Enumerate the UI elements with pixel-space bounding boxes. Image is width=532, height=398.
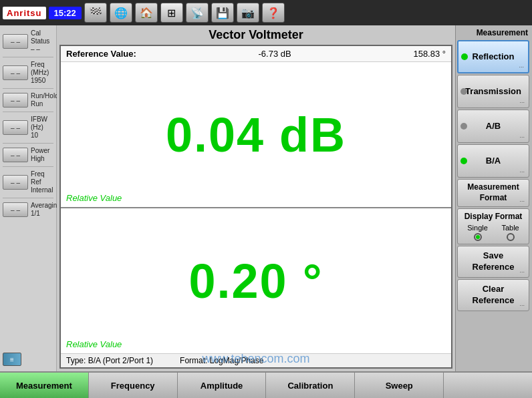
vvm-title: Vector Voltmeter xyxy=(59,28,452,42)
time-display: 15:22 xyxy=(49,7,82,19)
clear-reference-button[interactable]: ClearReference ··· xyxy=(457,279,529,311)
table-format-option[interactable]: Table xyxy=(501,224,519,241)
format-info: Format: LogMag/Phase xyxy=(180,356,263,365)
display-format-section[interactable]: Display Format Single Table xyxy=(457,208,529,244)
cal-status-btn[interactable]: – – xyxy=(3,34,28,49)
divider-2 xyxy=(3,88,53,89)
anritsu-logo: Anritsu xyxy=(3,7,46,19)
right-panel-title: Measurement xyxy=(457,27,531,39)
sidebar-item-freqref: – – Freq RefInternal xyxy=(1,169,55,196)
transmission-button[interactable]: Transmission ··· xyxy=(457,75,529,108)
reference-db: -6.73 dB xyxy=(147,49,403,59)
transmission-indicator xyxy=(460,88,467,95)
divider-1 xyxy=(3,57,53,57)
single-format-option[interactable]: Single xyxy=(467,224,488,241)
tab-amplitude[interactable]: Amplitude xyxy=(178,373,267,398)
tab-empty xyxy=(444,373,532,398)
top-toolbar: Anritsu 15:22 🏁 🌐 🏠 ⊞ 📡 💾 📷 ❓ xyxy=(0,0,532,25)
reference-bar: Reference Value: -6.73 dB 158.83 ° xyxy=(61,46,451,62)
main-layout: – – Cal Status– – – – Freq (MHz)1950 – –… xyxy=(0,25,532,371)
meas-format-label: MeasurementFormat xyxy=(467,182,519,203)
ifbw-label: IFBW (Hz)10 xyxy=(31,116,53,140)
ba-indicator xyxy=(460,158,467,164)
ba-label: B/A xyxy=(486,156,501,167)
tab-calibration[interactable]: Calibration xyxy=(266,373,355,398)
reflection-label: Reflection xyxy=(473,51,515,63)
averaging-btn[interactable]: – – xyxy=(3,202,28,217)
display-format-options: Single Table xyxy=(460,224,526,241)
sidebar-item-freq: – – Freq (MHz)1950 xyxy=(1,59,55,86)
reference-deg: 158.83 ° xyxy=(413,49,446,59)
ba-dots: ··· xyxy=(519,168,525,175)
freqref-label: Freq RefInternal xyxy=(31,170,53,194)
ba-button[interactable]: B/A ··· xyxy=(457,144,529,178)
single-format-label: Single xyxy=(467,224,488,232)
clear-reference-label: ClearReference xyxy=(473,284,515,307)
reference-label: Reference Value: xyxy=(66,49,136,59)
save-reference-button[interactable]: SaveReference ··· xyxy=(457,246,529,278)
lower-relative-label: Relative Value xyxy=(66,339,122,349)
globe-button[interactable]: 🌐 xyxy=(110,3,132,23)
table-radio[interactable] xyxy=(507,233,515,241)
bottom-tab-bar: Measurement Frequency Amplitude Calibrat… xyxy=(0,371,532,398)
measurement-panel: Reference Value: -6.73 dB 158.83 ° 0.04 … xyxy=(59,45,452,369)
lower-value: 0.20 ° xyxy=(189,254,323,309)
sidebar-item-runhold: – – Run/HoldRun xyxy=(1,91,55,110)
tab-measurement[interactable]: Measurement xyxy=(0,373,89,398)
power-label: PowerHigh xyxy=(31,147,49,163)
divider-3 xyxy=(3,112,53,112)
save-reference-label: SaveReference xyxy=(473,250,515,273)
sidebar-item-power: – – PowerHigh xyxy=(1,146,55,164)
reflection-dots: ··· xyxy=(519,63,524,70)
type-info: Type: B/A (Port 2/Port 1) xyxy=(66,356,153,365)
meas-format-dots: ··· xyxy=(519,198,525,204)
freq-btn[interactable]: – – xyxy=(3,65,28,80)
tab-frequency[interactable]: Frequency xyxy=(89,373,178,398)
sidebar-item-averaging: – – Averaging1/1 xyxy=(1,200,55,219)
display-format-title: Display Format xyxy=(460,212,526,221)
help-button[interactable]: ❓ xyxy=(262,3,285,23)
sidebar-item-ifbw: – – IFBW (Hz)10 xyxy=(1,114,55,141)
right-panel: Measurement Reflection ··· Transmission … xyxy=(455,25,532,371)
freq-label: Freq (MHz)1950 xyxy=(31,61,53,85)
left-sidebar: – – Cal Status– – – – Freq (MHz)1950 – –… xyxy=(0,25,57,371)
power-btn[interactable]: – – xyxy=(3,148,28,162)
table-format-label: Table xyxy=(501,224,519,232)
transmission-label: Transmission xyxy=(465,86,521,97)
flag-button[interactable]: 🏁 xyxy=(84,3,107,23)
tab-sweep[interactable]: Sweep xyxy=(355,373,444,398)
ifbw-btn[interactable]: – – xyxy=(3,120,28,135)
meas-format-button[interactable]: MeasurementFormat ··· xyxy=(457,179,529,207)
upper-relative-label: Relative Value xyxy=(66,193,122,203)
save-reference-dots: ··· xyxy=(519,268,525,275)
lower-display: 0.20 ° Relative Value xyxy=(61,208,451,353)
status-bar: Type: B/A (Port 2/Port 1) Format: LogMag… xyxy=(61,353,451,367)
reflection-indicator xyxy=(461,53,468,60)
camera-button[interactable]: 📷 xyxy=(237,3,259,23)
reflection-button[interactable]: Reflection ··· xyxy=(457,40,529,73)
transmission-dots: ··· xyxy=(519,99,525,106)
ab-dots: ··· xyxy=(519,134,525,140)
divider-6 xyxy=(3,198,53,198)
sidebar-bottom-icon: ≡ xyxy=(3,353,21,366)
single-radio[interactable] xyxy=(474,233,482,241)
save-button[interactable]: 💾 xyxy=(211,3,234,23)
ab-button[interactable]: A/B ··· xyxy=(457,110,529,143)
runhold-label: Run/HoldRun xyxy=(31,92,59,108)
sidebar-item-cal-status: – – Cal Status– – xyxy=(1,28,55,55)
signal-button[interactable]: 📡 xyxy=(186,3,209,23)
upper-display: 0.04 dB Relative Value xyxy=(61,62,451,208)
runhold-btn[interactable]: – – xyxy=(3,93,28,108)
center-content: Vector Voltmeter Reference Value: -6.73 … xyxy=(57,25,455,371)
divider-4 xyxy=(3,143,53,144)
upper-value: 0.04 dB xyxy=(166,108,346,162)
freqref-btn[interactable]: – – xyxy=(3,175,28,190)
cal-status-label: Cal Status– – xyxy=(31,29,53,53)
ab-label: A/B xyxy=(486,121,501,132)
clear-reference-dots: ··· xyxy=(519,302,525,309)
ab-indicator xyxy=(460,123,467,130)
grid-button[interactable]: ⊞ xyxy=(160,3,183,23)
divider-5 xyxy=(3,166,53,167)
home-button[interactable]: 🏠 xyxy=(135,3,158,23)
